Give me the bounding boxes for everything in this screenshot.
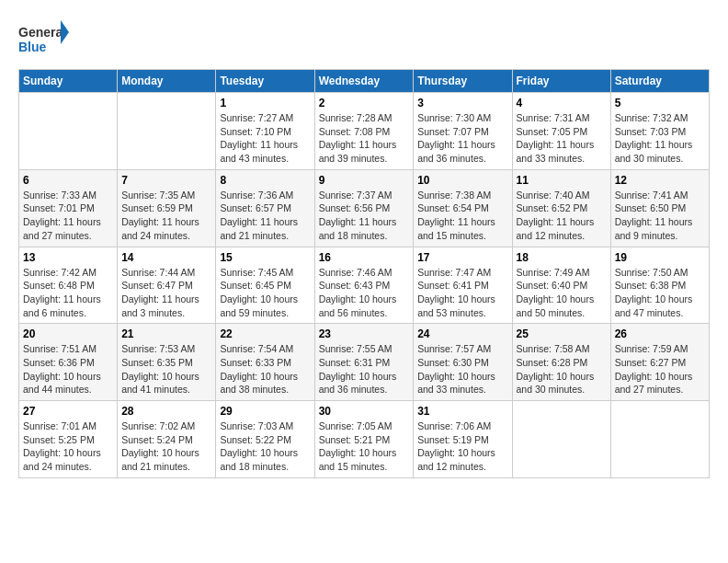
day-info: Sunrise: 7:42 AMSunset: 6:48 PMDaylight:… xyxy=(23,266,113,320)
sunrise-text: Sunrise: 7:57 AM xyxy=(417,342,507,356)
daylight-text: Daylight: 11 hours and 36 minutes. xyxy=(417,138,507,165)
day-cell: 14Sunrise: 7:44 AMSunset: 6:47 PMDayligh… xyxy=(118,247,216,324)
day-number: 4 xyxy=(517,97,607,109)
sunrise-text: Sunrise: 7:55 AM xyxy=(319,342,410,356)
day-info: Sunrise: 7:02 AMSunset: 5:24 PMDaylight:… xyxy=(121,419,211,474)
calendar-table: SundayMondayTuesdayWednesdayThursdayFrid… xyxy=(18,69,710,478)
sunrise-text: Sunrise: 7:40 AM xyxy=(517,189,607,202)
day-number: 5 xyxy=(615,97,705,109)
daylight-text: Daylight: 11 hours and 6 minutes. xyxy=(23,293,113,319)
daylight-text: Daylight: 11 hours and 15 minutes. xyxy=(417,215,507,242)
sunrise-text: Sunrise: 7:27 AM xyxy=(220,111,310,125)
day-cell: 10Sunrise: 7:38 AMSunset: 6:54 PMDayligh… xyxy=(414,169,512,247)
sunrise-text: Sunrise: 7:59 AM xyxy=(615,342,705,356)
day-info: Sunrise: 7:41 AMSunset: 6:50 PMDaylight:… xyxy=(615,189,705,243)
sunset-text: Sunset: 6:48 PM xyxy=(23,279,113,293)
day-cell: 7Sunrise: 7:35 AMSunset: 6:59 PMDaylight… xyxy=(118,169,216,247)
daylight-text: Daylight: 10 hours and 27 minutes. xyxy=(615,370,705,396)
logo-svg: GeneralBlue xyxy=(18,18,69,60)
sunrise-text: Sunrise: 7:42 AM xyxy=(23,266,113,280)
day-info: Sunrise: 7:28 AMSunset: 7:08 PMDaylight:… xyxy=(319,111,410,166)
daylight-text: Daylight: 10 hours and 33 minutes. xyxy=(417,370,507,396)
sunset-text: Sunset: 7:10 PM xyxy=(220,125,310,139)
sunset-text: Sunset: 7:05 PM xyxy=(517,125,607,139)
day-info: Sunrise: 7:44 AMSunset: 6:47 PMDaylight:… xyxy=(121,266,211,320)
sunrise-text: Sunrise: 7:02 AM xyxy=(121,419,211,433)
sunrise-text: Sunrise: 7:05 AM xyxy=(319,419,410,433)
day-info: Sunrise: 7:36 AMSunset: 6:57 PMDaylight:… xyxy=(220,189,310,243)
day-cell xyxy=(610,401,709,478)
day-number: 27 xyxy=(23,405,113,418)
day-info: Sunrise: 7:32 AMSunset: 7:03 PMDaylight:… xyxy=(615,111,705,166)
day-cell: 23Sunrise: 7:55 AMSunset: 6:31 PMDayligh… xyxy=(314,324,414,401)
day-number: 25 xyxy=(517,327,607,340)
sunset-text: Sunset: 6:56 PM xyxy=(319,201,410,215)
sunset-text: Sunset: 5:19 PM xyxy=(417,433,507,447)
daylight-text: Daylight: 10 hours and 24 minutes. xyxy=(23,446,113,473)
day-cell: 28Sunrise: 7:02 AMSunset: 5:24 PMDayligh… xyxy=(118,401,216,478)
day-number: 1 xyxy=(220,97,310,109)
day-number: 26 xyxy=(615,327,705,340)
day-info: Sunrise: 7:47 AMSunset: 6:41 PMDaylight:… xyxy=(417,266,507,320)
day-number: 11 xyxy=(517,174,607,187)
page-header: GeneralBlue xyxy=(18,18,710,60)
day-cell: 30Sunrise: 7:05 AMSunset: 5:21 PMDayligh… xyxy=(314,401,414,478)
day-number: 10 xyxy=(417,174,507,187)
day-info: Sunrise: 7:35 AMSunset: 6:59 PMDaylight:… xyxy=(121,189,211,243)
day-number: 17 xyxy=(417,251,507,264)
sunset-text: Sunset: 7:03 PM xyxy=(615,125,705,139)
daylight-text: Daylight: 11 hours and 9 minutes. xyxy=(615,215,705,242)
day-cell: 13Sunrise: 7:42 AMSunset: 6:48 PMDayligh… xyxy=(19,247,118,324)
day-number: 2 xyxy=(319,97,410,109)
sunset-text: Sunset: 6:30 PM xyxy=(417,356,507,370)
sunset-text: Sunset: 5:25 PM xyxy=(23,433,113,447)
daylight-text: Daylight: 11 hours and 39 minutes. xyxy=(319,138,410,165)
daylight-text: Daylight: 10 hours and 56 minutes. xyxy=(319,293,410,319)
weekday-header-thursday: Thursday xyxy=(414,70,512,93)
sunrise-text: Sunrise: 7:33 AM xyxy=(23,189,113,202)
day-cell: 26Sunrise: 7:59 AMSunset: 6:27 PMDayligh… xyxy=(610,324,709,401)
sunset-text: Sunset: 6:31 PM xyxy=(319,356,410,370)
daylight-text: Daylight: 11 hours and 33 minutes. xyxy=(517,138,607,165)
day-number: 18 xyxy=(517,251,607,264)
sunrise-text: Sunrise: 7:44 AM xyxy=(121,266,211,280)
svg-marker-2 xyxy=(61,20,69,44)
sunset-text: Sunset: 5:21 PM xyxy=(319,433,410,447)
weekday-header-tuesday: Tuesday xyxy=(216,70,314,93)
sunrise-text: Sunrise: 7:01 AM xyxy=(23,419,113,433)
sunrise-text: Sunrise: 7:49 AM xyxy=(517,266,607,280)
day-info: Sunrise: 7:49 AMSunset: 6:40 PMDaylight:… xyxy=(517,266,607,320)
sunrise-text: Sunrise: 7:53 AM xyxy=(121,342,211,356)
sunrise-text: Sunrise: 7:35 AM xyxy=(121,189,211,202)
sunset-text: Sunset: 7:07 PM xyxy=(417,125,507,139)
sunrise-text: Sunrise: 7:58 AM xyxy=(517,342,607,356)
day-number: 21 xyxy=(121,327,211,340)
sunrise-text: Sunrise: 7:54 AM xyxy=(220,342,310,356)
sunrise-text: Sunrise: 7:37 AM xyxy=(319,189,410,202)
day-info: Sunrise: 7:58 AMSunset: 6:28 PMDaylight:… xyxy=(517,342,607,396)
week-row-4: 20Sunrise: 7:51 AMSunset: 6:36 PMDayligh… xyxy=(19,324,710,401)
day-number: 8 xyxy=(220,174,310,187)
sunset-text: Sunset: 6:40 PM xyxy=(517,279,607,293)
daylight-text: Daylight: 11 hours and 24 minutes. xyxy=(121,215,211,242)
daylight-text: Daylight: 11 hours and 3 minutes. xyxy=(121,293,211,319)
day-cell: 19Sunrise: 7:50 AMSunset: 6:38 PMDayligh… xyxy=(610,247,709,324)
sunrise-text: Sunrise: 7:32 AM xyxy=(615,111,705,125)
day-info: Sunrise: 7:54 AMSunset: 6:33 PMDaylight:… xyxy=(220,342,310,396)
sunset-text: Sunset: 6:27 PM xyxy=(615,356,705,370)
day-cell xyxy=(118,93,216,170)
sunrise-text: Sunrise: 7:50 AM xyxy=(615,266,705,280)
weekday-header-saturday: Saturday xyxy=(610,70,709,93)
day-cell: 20Sunrise: 7:51 AMSunset: 6:36 PMDayligh… xyxy=(19,324,118,401)
daylight-text: Daylight: 10 hours and 30 minutes. xyxy=(517,370,607,396)
day-info: Sunrise: 7:51 AMSunset: 6:36 PMDaylight:… xyxy=(23,342,113,396)
day-number: 3 xyxy=(417,97,507,109)
day-number: 9 xyxy=(319,174,410,187)
week-row-1: 1Sunrise: 7:27 AMSunset: 7:10 PMDaylight… xyxy=(19,93,710,170)
day-cell: 11Sunrise: 7:40 AMSunset: 6:52 PMDayligh… xyxy=(512,169,610,247)
day-cell: 17Sunrise: 7:47 AMSunset: 6:41 PMDayligh… xyxy=(414,247,512,324)
sunset-text: Sunset: 6:41 PM xyxy=(417,279,507,293)
day-cell: 21Sunrise: 7:53 AMSunset: 6:35 PMDayligh… xyxy=(118,324,216,401)
sunrise-text: Sunrise: 7:36 AM xyxy=(220,189,310,202)
day-cell: 4Sunrise: 7:31 AMSunset: 7:05 PMDaylight… xyxy=(512,93,610,170)
